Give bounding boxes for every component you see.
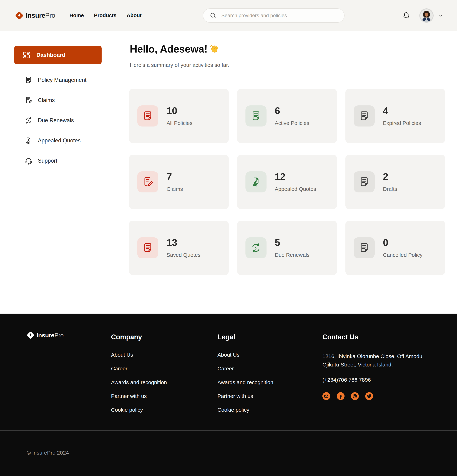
sidebar-item-label: Dashboard: [36, 52, 65, 58]
card-value: 4: [383, 106, 421, 115]
card-saved-quotes[interactable]: 13Saved Quotes: [129, 221, 229, 275]
brand-logo[interactable]: InsurePro: [15, 0, 55, 31]
card-value: 6: [275, 106, 309, 115]
wave-emoji: [209, 44, 219, 54]
sidebar-item-dashboard[interactable]: Dashboard: [14, 46, 102, 64]
document-pencil-icon: [142, 176, 153, 187]
footer-link-cookie-policy[interactable]: Cookie policy: [111, 407, 167, 413]
card-active-policies[interactable]: 6Active Policies: [237, 89, 337, 143]
footer-column-legal: Legal About Us Career Awards and recogni…: [217, 333, 273, 421]
footer-links: About Us Career Awards and recognition P…: [217, 352, 273, 413]
card-drafts[interactable]: 2Drafts: [345, 155, 445, 209]
card-icon-tile: [137, 105, 158, 127]
card-cancelled-policy[interactable]: 0Cancelled Policy: [345, 221, 445, 275]
document-pencil-icon: [25, 96, 33, 104]
footer-column-contact: Contact Us 1216, Ibiyinka Olorunbe Close…: [322, 333, 430, 400]
facebook-icon: [338, 394, 343, 399]
brand-name-light: Pro: [45, 12, 55, 19]
headset-icon: [25, 157, 33, 165]
brand-diamond-icon: [27, 332, 34, 339]
footer-link-awards[interactable]: Awards and recognition: [217, 380, 273, 385]
sidebar-item-policy-management[interactable]: Policy Management: [0, 70, 115, 90]
search-bar[interactable]: [203, 8, 345, 23]
avatar[interactable]: [420, 9, 433, 22]
social-twitter[interactable]: [365, 392, 373, 400]
nav-home[interactable]: Home: [69, 13, 84, 18]
footer-link-partner[interactable]: Partner with us: [217, 393, 273, 399]
nav-about[interactable]: About: [127, 13, 141, 18]
social-instagram[interactable]: [351, 392, 359, 400]
greeting-text: Hello, Adesewa!: [130, 43, 208, 55]
footer-link-about-us[interactable]: About Us: [111, 352, 167, 357]
bell-icon[interactable]: [402, 12, 410, 19]
social-mail[interactable]: [322, 392, 330, 400]
card-value: 0: [383, 238, 423, 247]
footer-link-about-us[interactable]: About Us: [217, 352, 273, 357]
search-icon: [210, 12, 217, 19]
footer-link-awards[interactable]: Awards and recognition: [111, 380, 167, 385]
page-subtitle: Here’s a summary of your activities so f…: [130, 62, 229, 68]
policy-document-icon: [25, 76, 33, 84]
twitter-icon: [367, 394, 372, 399]
renewal-cycle-icon: [25, 117, 33, 124]
footer-link-career[interactable]: Career: [111, 366, 167, 371]
sidebar: Dashboard Policy Management Claims Due R…: [0, 31, 115, 314]
brand-name: InsurePro: [26, 12, 55, 19]
renewal-cycle-icon: [250, 242, 262, 253]
card-value: 12: [275, 172, 316, 181]
sidebar-item-label: Policy Management: [38, 77, 86, 83]
card-label: Due Renewals: [275, 252, 309, 258]
contact-address: 1216, Ibiyinka Olorunbe Close, Off Amodu…: [322, 352, 430, 369]
document-scissors-icon: [250, 176, 262, 187]
card-icon-tile: [245, 171, 266, 192]
card-label: All Policies: [166, 120, 192, 126]
document-icon: [142, 110, 153, 121]
sidebar-item-support[interactable]: Support: [0, 151, 115, 171]
card-due-renewals[interactable]: 5Due Renewals: [237, 221, 337, 275]
card-label: Expired Policies: [383, 120, 421, 126]
chevron-down-icon[interactable]: [438, 13, 443, 18]
card-value: 7: [166, 172, 183, 181]
card-icon-tile: [354, 105, 375, 127]
sidebar-item-claims[interactable]: Claims: [0, 90, 115, 110]
brand-name-bold: Insure: [26, 12, 45, 19]
instagram-icon: [352, 394, 357, 399]
nav-products[interactable]: Products: [94, 13, 116, 18]
footer-link-partner[interactable]: Partner with us: [111, 393, 167, 399]
search-input[interactable]: [221, 13, 340, 18]
card-value: 5: [275, 238, 309, 247]
footer-divider: [0, 430, 457, 431]
sidebar-item-label: Appealed Quotes: [38, 137, 81, 144]
summary-cards-grid: 10All Policies 6Active Policies 4Expired…: [129, 89, 445, 275]
footer: InsurePro Company About Us Career Awards…: [0, 314, 457, 476]
social-facebook[interactable]: [337, 392, 345, 400]
card-all-policies[interactable]: 10All Policies: [129, 89, 229, 143]
page-title: Hello, Adesewa!: [130, 43, 219, 55]
header-actions: [402, 0, 443, 31]
footer-column-title: Contact Us: [322, 333, 430, 341]
sidebar-item-label: Due Renewals: [38, 117, 74, 124]
footer-link-cookie-policy[interactable]: Cookie policy: [217, 407, 273, 413]
card-icon-tile: [137, 237, 158, 258]
card-icon-tile: [245, 237, 266, 258]
footer-brand-name: InsurePro: [37, 332, 64, 339]
card-expired-policies[interactable]: 4Expired Policies: [345, 89, 445, 143]
footer-link-career[interactable]: Career: [217, 366, 273, 371]
sidebar-item-appealed-quotes[interactable]: Appealed Quotes: [0, 130, 115, 151]
card-label: Active Policies: [275, 120, 309, 126]
footer-brand-logo: InsurePro: [27, 332, 64, 339]
brand-diamond-icon: [15, 11, 23, 20]
card-appealed-quotes[interactable]: 12Appealed Quotes: [237, 155, 337, 209]
sidebar-item-label: Support: [38, 158, 57, 164]
footer-column-company: Company About Us Career Awards and recog…: [111, 333, 167, 421]
sidebar-item-label: Claims: [38, 97, 55, 103]
sidebar-item-due-renewals[interactable]: Due Renewals: [0, 110, 115, 130]
card-claims[interactable]: 7Claims: [129, 155, 229, 209]
mail-icon: [324, 394, 329, 399]
document-icon: [250, 110, 262, 121]
card-value: 2: [383, 172, 397, 181]
footer-column-title: Legal: [217, 333, 273, 341]
card-label: Appealed Quotes: [275, 186, 316, 192]
card-icon-tile: [354, 171, 375, 192]
contact-phone: (+234)706 786 7896: [322, 377, 430, 383]
